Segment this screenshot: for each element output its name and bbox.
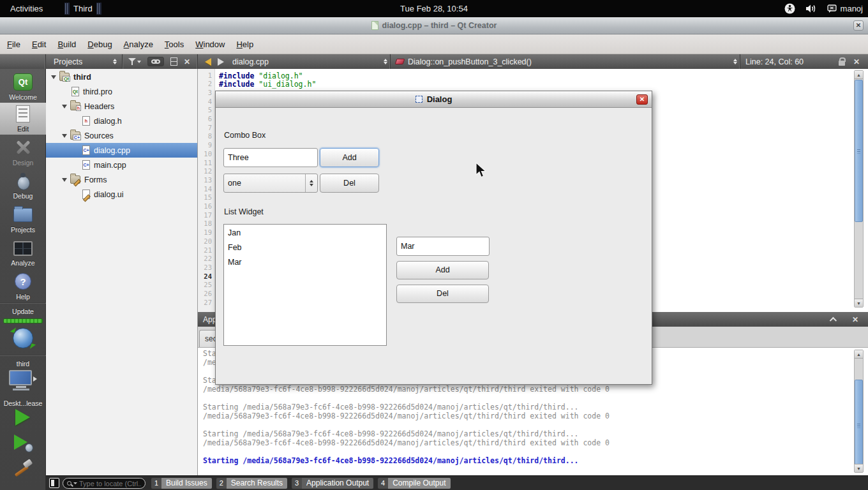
combo-box[interactable]: one bbox=[223, 174, 318, 193]
menu-help[interactable]: Help bbox=[230, 36, 259, 52]
run-debug-button[interactable] bbox=[14, 434, 33, 452]
window-titlebar[interactable]: dialog.cpp – third – Qt Creator ✕ bbox=[0, 17, 868, 34]
split-icon[interactable] bbox=[170, 57, 177, 66]
close-output-pane-icon[interactable]: ✕ bbox=[849, 315, 862, 324]
tree-row-main-cpp[interactable]: C+main.cpp bbox=[46, 158, 197, 172]
volume-icon[interactable] bbox=[805, 4, 817, 13]
menu-file[interactable]: File bbox=[1, 36, 26, 52]
editor-gutter: 1234567891011121314151617181920212223242… bbox=[198, 69, 215, 312]
link-with-editor-icon[interactable] bbox=[147, 57, 164, 66]
line-number: 1 bbox=[208, 71, 212, 79]
tree-row-dialog-cpp[interactable]: C+dialog.cpp bbox=[46, 143, 197, 158]
dialog-close-button[interactable]: ✕ bbox=[636, 94, 648, 105]
mode-edit[interactable]: Edit bbox=[0, 103, 46, 135]
projects-pane-title[interactable]: Projects bbox=[54, 57, 82, 66]
dialog-titlebar[interactable]: Dialog ✕ bbox=[216, 91, 652, 108]
filter-icon[interactable] bbox=[128, 58, 141, 65]
current-symbol[interactable]: Dialog::on_pushButton_3_clicked() bbox=[408, 57, 532, 66]
locator-input[interactable] bbox=[79, 480, 141, 487]
toggle-sidebar-icon[interactable] bbox=[49, 478, 59, 488]
clock[interactable]: Tue Feb 28, 10:54 bbox=[0, 0, 868, 17]
build-button[interactable] bbox=[13, 459, 33, 479]
welcome-mode-icon: Qt bbox=[13, 73, 33, 91]
accessibility-icon[interactable] bbox=[784, 3, 795, 14]
lock-icon[interactable] bbox=[839, 61, 845, 66]
output-scrollbar[interactable]: ▲ ▼ bbox=[854, 350, 864, 473]
menu-debug[interactable]: Debug bbox=[82, 36, 117, 52]
open-document-name[interactable]: dialog.cpp bbox=[232, 57, 269, 66]
maximize-pane-icon[interactable] bbox=[830, 316, 837, 323]
expander-icon[interactable] bbox=[62, 105, 67, 108]
mode-label-debug: Debug bbox=[0, 192, 46, 200]
menu-analyze[interactable]: Analyze bbox=[118, 36, 159, 52]
mode-projects[interactable]: Projects bbox=[0, 204, 46, 235]
scroll-up-icon[interactable]: ▲ bbox=[855, 71, 863, 79]
activities-button[interactable]: Activities bbox=[6, 0, 47, 17]
scroll-down-icon[interactable]: ▼ bbox=[855, 464, 863, 472]
analyze-mode-icon bbox=[13, 241, 33, 256]
pane-selector-spinner-icon[interactable] bbox=[110, 59, 119, 64]
scroll-down-icon[interactable]: ▼ bbox=[855, 299, 863, 307]
combo-text-input[interactable] bbox=[223, 148, 318, 167]
tree-row-Forms[interactable]: Forms bbox=[46, 172, 197, 187]
list-del-button[interactable]: Del bbox=[396, 285, 489, 303]
expander-icon[interactable] bbox=[62, 178, 67, 182]
expander-icon[interactable] bbox=[51, 75, 56, 79]
menu-tools[interactable]: Tools bbox=[159, 36, 190, 52]
target-selector-icon[interactable] bbox=[9, 370, 33, 393]
list-item-mar[interactable]: Mar bbox=[224, 255, 386, 270]
list-widget[interactable]: JanFebMar bbox=[223, 224, 387, 346]
scroll-up-icon[interactable]: ▲ bbox=[855, 350, 863, 359]
target-project-label: third bbox=[0, 360, 46, 368]
scrollbar-thumb[interactable] bbox=[855, 80, 863, 222]
mode-debug[interactable]: Debug bbox=[0, 170, 46, 202]
pane-button-application-output[interactable]: 3Application Output bbox=[292, 478, 373, 489]
header-file-icon: h bbox=[82, 116, 90, 126]
tree-row-label: dialog.ui bbox=[94, 190, 124, 199]
list-item-feb[interactable]: Feb bbox=[224, 241, 386, 255]
username: manoj bbox=[841, 4, 863, 13]
search-options-icon[interactable] bbox=[73, 482, 77, 484]
mode-help[interactable]: ?Help bbox=[0, 271, 46, 302]
tree-row-Sources[interactable]: C+Sources bbox=[46, 128, 197, 143]
list-text-input[interactable] bbox=[396, 237, 490, 256]
symbol-selector-spinner-icon[interactable] bbox=[731, 59, 740, 64]
update-globe-icon[interactable] bbox=[13, 328, 33, 348]
mode-welcome[interactable]: QtWelcome bbox=[0, 71, 46, 103]
locator-search[interactable] bbox=[63, 478, 146, 489]
list-item-jan[interactable]: Jan bbox=[224, 226, 386, 241]
window-close-button[interactable]: ✕ bbox=[853, 20, 864, 31]
tree-row-third-pro[interactable]: Qtthird.pro bbox=[46, 84, 197, 99]
mode-analyze[interactable]: Analyze bbox=[0, 237, 46, 269]
run-button[interactable] bbox=[15, 409, 30, 426]
tree-row-dialog-ui[interactable]: dialog.ui bbox=[46, 187, 197, 202]
editor-scrollbar[interactable]: ▲ ▼ bbox=[854, 70, 864, 308]
line-number: 26 bbox=[204, 290, 212, 297]
document-selector-spinner-icon[interactable] bbox=[381, 59, 390, 64]
tree-row-dialog-h[interactable]: hdialog.h bbox=[46, 114, 197, 128]
pane-button-build-issues[interactable]: 1Build Issues bbox=[151, 478, 212, 489]
user-menu[interactable]: manoj bbox=[827, 4, 863, 13]
scrollbar-thumb[interactable] bbox=[855, 380, 863, 471]
go-back-icon[interactable] bbox=[205, 58, 211, 66]
combo-add-button[interactable]: Add bbox=[320, 148, 379, 167]
close-pane-icon[interactable]: ✕ bbox=[181, 57, 193, 66]
line-col-indicator: Line: 24, Col: 60 bbox=[745, 57, 804, 66]
menu-build[interactable]: Build bbox=[52, 36, 82, 52]
close-editor-icon[interactable]: ✕ bbox=[850, 57, 863, 66]
go-forward-icon[interactable] bbox=[218, 58, 224, 66]
tree-row-Headers[interactable]: hHeaders bbox=[46, 99, 197, 114]
list-add-button[interactable]: Add bbox=[396, 261, 489, 279]
line-number: 13 bbox=[204, 176, 212, 184]
menu-edit[interactable]: Edit bbox=[26, 36, 52, 52]
line-number: 17 bbox=[204, 211, 212, 219]
pane-button-compile-output[interactable]: 4Compile Output bbox=[378, 478, 450, 489]
pane-button-search-results[interactable]: 2Search Results bbox=[216, 478, 287, 489]
line-number: 21 bbox=[204, 246, 212, 254]
window-list-button[interactable]: Third bbox=[63, 1, 103, 16]
menu-window[interactable]: Window bbox=[190, 36, 230, 52]
combo-spinner-icon[interactable] bbox=[305, 174, 317, 192]
expander-icon[interactable] bbox=[62, 134, 67, 138]
combo-del-button[interactable]: Del bbox=[320, 174, 379, 193]
tree-row-third[interactable]: Qtthird bbox=[46, 70, 197, 84]
